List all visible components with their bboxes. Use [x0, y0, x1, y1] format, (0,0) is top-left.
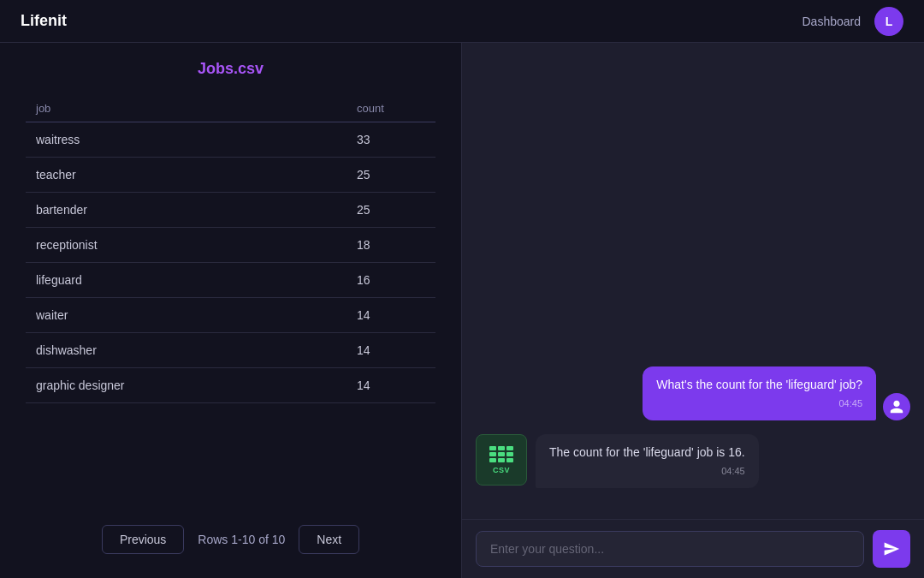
table-row: waiter 14	[26, 298, 435, 333]
dashboard-link[interactable]: Dashboard	[803, 15, 862, 28]
person-icon	[889, 399, 904, 414]
cell-job: teacher	[36, 168, 357, 182]
pagination: Previous Rows 1-10 of 10 Next	[26, 511, 435, 561]
cell-count: 25	[357, 203, 425, 217]
user-bubble: What's the count for the 'lifeguard' job…	[643, 366, 876, 420]
main-layout: Jobs.csv job count waitress 33 teacher 2…	[0, 43, 924, 578]
navbar-right: Dashboard L	[803, 7, 904, 36]
bot-bubble: The count for the 'lifeguard' job is 16.…	[536, 434, 759, 488]
csv-file-icon: CSV	[476, 434, 527, 486]
cell-count: 33	[357, 133, 425, 146]
table-header: job count	[26, 95, 435, 122]
grid-icon	[489, 446, 513, 462]
send-icon	[883, 540, 900, 557]
cell-job: waiter	[36, 308, 357, 322]
chat-input[interactable]	[476, 531, 864, 567]
csv-label: CSV	[493, 466, 510, 474]
cell-count: 25	[357, 168, 425, 182]
cell-job: graphic designer	[36, 378, 357, 392]
cell-count: 14	[357, 308, 425, 322]
message-timestamp: 04:45	[549, 465, 745, 478]
next-button[interactable]: Next	[299, 525, 359, 554]
cell-job: bartender	[36, 203, 357, 217]
table-row: dishwasher 14	[26, 333, 435, 368]
prev-button[interactable]: Previous	[102, 525, 184, 554]
cell-job: lifeguard	[36, 273, 357, 287]
table-row: teacher 25	[26, 158, 435, 193]
table-row: waitress 33	[26, 122, 435, 158]
table-row: lifeguard 16	[26, 263, 435, 298]
left-panel: Jobs.csv job count waitress 33 teacher 2…	[0, 43, 462, 578]
col-header-count: count	[357, 102, 425, 115]
cell-count: 18	[357, 238, 425, 252]
chat-input-area	[462, 519, 924, 578]
brand-logo: Lifenit	[21, 12, 67, 30]
cell-job: waitress	[36, 133, 357, 146]
cell-job: receptionist	[36, 238, 357, 252]
user-avatar-icon	[883, 393, 910, 420]
table-row: bartender 25	[26, 193, 435, 228]
right-panel: What's the count for the 'lifeguard' job…	[462, 43, 924, 578]
message-bot: CSV The count for the 'lifeguard' job is…	[476, 434, 910, 488]
table-body: waitress 33 teacher 25 bartender 25 rece…	[26, 122, 435, 403]
csv-title: Jobs.csv	[26, 60, 435, 78]
data-table: job count waitress 33 teacher 25 bartend…	[26, 95, 435, 511]
navbar: Lifenit Dashboard L	[0, 0, 924, 43]
rows-info: Rows 1-10 of 10	[198, 533, 285, 546]
cell-count: 16	[357, 273, 425, 287]
table-row: graphic designer 14	[26, 368, 435, 403]
col-header-job: job	[36, 102, 357, 115]
message-user: What's the count for the 'lifeguard' job…	[476, 366, 910, 420]
cell-count: 14	[357, 378, 425, 392]
message-timestamp: 04:45	[656, 397, 862, 410]
cell-count: 14	[357, 343, 425, 357]
table-row: receptionist 18	[26, 228, 435, 263]
cell-job: dishwasher	[36, 343, 357, 357]
avatar[interactable]: L	[874, 7, 903, 36]
chat-messages: What's the count for the 'lifeguard' job…	[462, 43, 924, 519]
send-button[interactable]	[873, 530, 910, 568]
